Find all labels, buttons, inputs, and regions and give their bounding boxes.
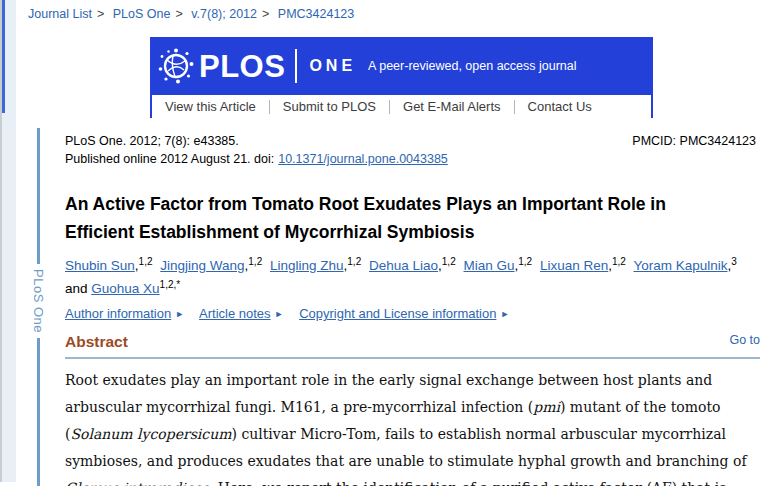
info-link[interactable]: Author information► [65, 306, 184, 321]
journal-sidebar-rail: PLoS One [30, 128, 46, 486]
breadcrumb: Journal List> PLoS One> v.7(8); 2012> PM… [28, 7, 354, 21]
article-navbar: View this Article Submit to PLOS Get E-M… [150, 95, 653, 118]
author-link[interactable]: Lixuan Ren [540, 258, 608, 273]
banner-tagline: A peer-reviewed, open access journal [368, 59, 576, 73]
info-link-label[interactable]: Article notes [199, 306, 271, 321]
breadcrumb-separator: > [97, 7, 104, 21]
banner-journal-name: ONE [309, 58, 356, 74]
breadcrumb-separator: > [262, 7, 269, 21]
author: Shubin Sun,1,2 [65, 258, 156, 273]
journal-banner: PLOS ONE A peer-reviewed, open access jo… [150, 37, 653, 95]
abstract-heading: Abstract [65, 333, 128, 351]
author-affiliation-sup: 1,2,* [160, 279, 181, 290]
breadcrumb-item: PMC3424123 [278, 7, 354, 21]
author-affiliation-sup: 1,2 [612, 255, 626, 266]
breadcrumb-link[interactable]: v.7(8); 2012 [191, 7, 257, 21]
article-content: PLoS One. 2012; 7(8): e43385. PMCID: PMC… [65, 128, 760, 486]
author: Mian Gu,1,2 [463, 258, 536, 273]
author-prefix: and [65, 281, 91, 296]
author-affiliation-sup: 1,2 [139, 255, 153, 266]
pmc-article-page: { "breadcrumb": { "items": ["Journal Lis… [0, 0, 760, 486]
author-link[interactable]: Lingling Zhu [270, 258, 344, 273]
breadcrumb-separator: > [175, 7, 182, 21]
author-list: Shubin Sun,1,2 Jingjing Wang,1,2 Linglin… [65, 251, 755, 298]
breadcrumb-link[interactable]: Journal List [28, 7, 92, 21]
expand-arrow-icon: ► [175, 309, 184, 319]
left-accent-line [2, 0, 5, 113]
author: and Guohua Xu1,2,* [65, 281, 184, 296]
journal-citation: PLoS One. 2012; 7(8): e43385. [65, 134, 239, 148]
navbar-item[interactable]: View this Article [152, 100, 270, 114]
pmcid-label: PMCID: PMC3424123 [632, 134, 756, 148]
expand-arrow-icon: ► [275, 309, 284, 319]
plos-globe-icon [157, 47, 195, 85]
breadcrumb-item: v.7(8); 2012> [191, 7, 274, 21]
author-link[interactable]: Dehua Liao [369, 258, 438, 273]
author-link[interactable]: Yoram Kapulnik [633, 258, 727, 273]
info-link-label[interactable]: Author information [65, 306, 171, 321]
navbar-item[interactable]: Contact Us [515, 100, 605, 114]
author: Jingjing Wang,1,2 [160, 258, 266, 273]
author-affiliation-sup: 3 [731, 255, 737, 266]
author: Lixuan Ren,1,2 [540, 258, 630, 273]
expand-arrow-icon: ► [500, 309, 509, 319]
author-affiliation-sup: 1,2 [347, 255, 361, 266]
breadcrumb-item: PLoS One> [113, 7, 188, 21]
banner-divider [295, 49, 297, 83]
author: Yoram Kapulnik,3 [633, 258, 740, 273]
navbar-item[interactable]: Get E-Mail Alerts [390, 100, 515, 114]
article-info-links: Author information► Article notes► Copyr… [65, 306, 760, 321]
abstract-text-segment: Solanum lycopersicum [70, 426, 231, 442]
published-text: Published online 2012 August 21. doi: [65, 152, 274, 166]
breadcrumb-link[interactable]: PLoS One [113, 7, 171, 21]
author-affiliation-sup: 1,2 [518, 255, 532, 266]
author-link[interactable]: Guohua Xu [91, 281, 159, 296]
banner-plos-wordmark: PLOS [199, 51, 285, 82]
author-link[interactable]: Mian Gu [463, 258, 514, 273]
goto-link[interactable]: Go to [729, 333, 760, 347]
journal-vertical-label: PLoS One [31, 269, 46, 333]
info-link[interactable]: Copyright and License information► [299, 306, 509, 321]
navbar-item[interactable]: Submit to PLOS [270, 100, 390, 114]
info-link[interactable]: Article notes► [199, 306, 283, 321]
abstract-paragraph: Root exudates play an important role in … [65, 367, 757, 486]
abstract-text-segment: pmi [533, 399, 560, 415]
article-title: An Active Factor from Tomato Root Exudat… [65, 190, 729, 246]
section-rule [65, 357, 760, 359]
author-link[interactable]: Jingjing Wang [160, 258, 244, 273]
breadcrumb-item: Journal List> [28, 7, 109, 21]
author-link[interactable]: Shubin Sun [65, 258, 135, 273]
author-affiliation-sup: 1,2 [442, 255, 456, 266]
citation-row: PLoS One. 2012; 7(8): e43385. PMCID: PMC… [65, 134, 760, 148]
doi-link[interactable]: 10.1371/journal.pone.0043385 [278, 152, 448, 166]
rail-line-top [37, 128, 40, 264]
abstract-text-segment: Glomus intraradices [65, 480, 209, 486]
rail-line-bottom [37, 338, 40, 486]
breadcrumb-link[interactable]: PMC3424123 [278, 7, 354, 21]
published-row: Published online 2012 August 21. doi:10.… [65, 152, 760, 166]
info-link-label[interactable]: Copyright and License information [299, 306, 496, 321]
author: Dehua Liao,1,2 [369, 258, 460, 273]
author: Lingling Zhu,1,2 [270, 258, 365, 273]
author-affiliation-sup: 1,2 [248, 255, 262, 266]
abstract-heading-row: Abstract Go to [65, 333, 760, 351]
